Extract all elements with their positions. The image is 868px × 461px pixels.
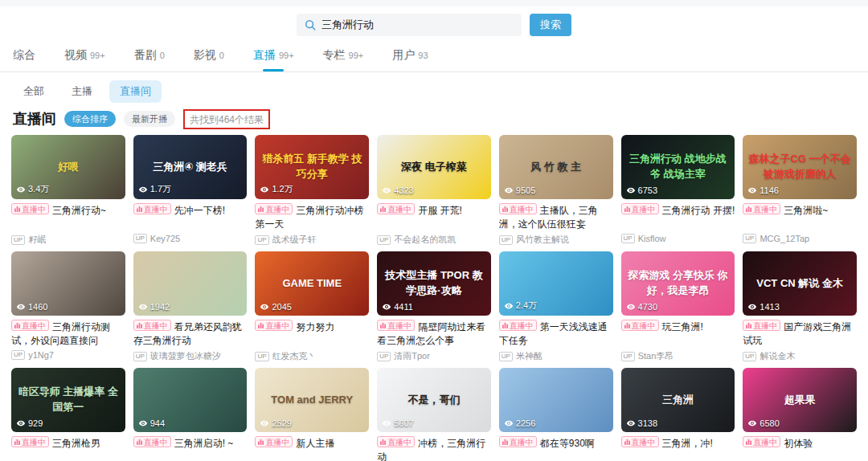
thumbnail[interactable]: VCT CN 解说 金木 1413 [743,251,857,316]
live-room-card[interactable]: 944 直播中 三角洲启动! ~ UP 橘...兰... [133,368,248,461]
live-room-card[interactable]: 猎杀前五 新手教学 技巧分享 1.2万 直播中 三角洲行动冲榜第一天 UP 战术… [255,135,369,246]
thumbnail[interactable]: 超果果 6580 [743,368,857,432]
up-icon: UP [377,352,391,361]
tab-live[interactable]: 直播99+ [253,48,294,71]
tab-2[interactable]: 番剧0 [134,48,165,71]
tab-5[interactable]: 专栏99+ [323,48,364,71]
live-room-card[interactable]: 1942 直播中 看兄弟还风韵犹存三角洲行动 UP 玻璃菠萝包冰糖汐 [133,251,248,362]
live-room-card[interactable]: 三角洲④ 测老兵 1.7万 直播中 先冲一下榜! UP Key725 [133,135,248,246]
room-title-line[interactable]: 直播中 新人主播 [255,436,369,461]
room-title-line[interactable]: 直播中 国产游戏三角洲试玩 [743,320,857,347]
live-room-card[interactable]: 不是，哥们 5607 直播中 冲榜，三角洲行动 UP 老飞宇66 [377,368,491,461]
room-title-line[interactable]: 直播中 初体验 [743,436,857,461]
sort-pill-comprehensive[interactable]: 综合排序 [64,111,116,127]
live-room-card[interactable]: GAME TIME 2045 直播中 努力努力 UP 红发杰克丶 [255,251,369,362]
thumbnail[interactable]: 三角洲行动 战地步战爷 战场主宰 6753 [621,135,735,199]
thumbnail[interactable]: 三角洲 3138 [621,368,735,432]
room-title-line[interactable]: 直播中 开服 开荒! [377,203,491,230]
thumbnail[interactable]: 2256 [499,368,613,432]
room-title-line[interactable]: 直播中 三角洲枪男 [11,436,125,461]
uploader-line[interactable]: UP 战术级子轩 [255,234,369,246]
filter-chip-1[interactable]: 主播 [61,80,103,103]
viewer-count: 1460 [16,302,47,312]
live-badge-label: 直播中 [144,320,168,332]
thumbnail[interactable]: 深夜 电子榨菜 4323 [377,135,491,199]
uploader-line[interactable]: UP 米神酩 [499,350,613,362]
thumbnail[interactable]: 森林之子CG 一个不会被游戏折磨的人 1146 [743,135,857,199]
live-room-card[interactable]: VCT CN 解说 金木 1413 直播中 国产游戏三角洲试玩 UP 解说金木 [743,251,857,362]
filter-chip-0[interactable]: 全部 [13,80,55,103]
thumbnail[interactable]: TOM and JERRY 2529 [255,368,369,432]
room-title-line[interactable]: 直播中 三角洲行动冲榜第一天 [255,203,369,230]
live-room-card[interactable]: 三角洲行动 战地步战爷 战场主宰 6753 直播中 三角洲行动 开摆! UP K… [621,135,735,246]
uploader-line[interactable]: UP Kisflow [621,234,735,243]
live-room-card[interactable]: TOM and JERRY 2529 直播中 新人主播 UP 偬悬 [255,368,369,461]
live-room-card[interactable]: 技术型主播 TPOR 教学思路·攻略 4411 直播中 隔壁阿劫过来看看三角洲怎… [377,251,491,362]
live-room-card[interactable]: 1460 直播中 三角洲行动测试，外设问题直接问 UP y1Ng7 [11,251,125,362]
uploader-line[interactable]: UP 风竹教主解说 [499,234,613,246]
room-title-line[interactable]: 直播中 主播队，三角洲，这个队伍很狂妄 [499,203,613,230]
uploader-line[interactable]: UP 玻璃菠萝包冰糖汐 [133,350,248,362]
thumbnail[interactable]: 1942 [133,251,248,316]
live-room-card[interactable]: 2.4万 直播中 第一天浅浅速通下任务 UP 米神酩 [499,251,613,362]
uploader-line[interactable]: UP Key725 [133,234,248,243]
uploader-line[interactable]: UP 不会起名的凯凯 [377,234,491,246]
viewer-count-value: 4411 [394,302,413,312]
thumbnail[interactable]: 好喂 3.4万 [11,135,125,199]
room-title-line[interactable]: 直播中 三角洲，冲! [621,436,735,461]
room-title-line[interactable]: 直播中 第一天浅浅速通下任务 [499,320,613,347]
thumbnail[interactable]: 三角洲④ 测老兵 1.7万 [133,135,248,199]
thumbnail[interactable]: 技术型主播 TPOR 教学思路·攻略 4411 [377,251,491,316]
search-button[interactable]: 搜索 [530,14,571,36]
room-title-line[interactable]: 直播中 三角洲行动 开摆! [621,203,735,230]
thumbnail[interactable]: 风 竹 教 主 9505 [499,135,613,199]
room-title-line[interactable]: 直播中 冲榜，三角洲行动 [377,436,491,461]
live-room-card[interactable]: 风 竹 教 主 9505 直播中 主播队，三角洲，这个队伍很狂妄 UP 风竹教主… [499,135,613,246]
room-title-line[interactable]: 直播中 三角洲行动测试，外设问题直接问 [11,320,125,347]
room-title-line[interactable]: 直播中 三角洲啦~ [743,203,857,230]
tab-0[interactable]: 综合 [13,48,35,71]
room-title-line[interactable]: 直播中 都在等930啊 [499,436,613,461]
live-bars-icon [258,439,264,445]
uploader-line[interactable]: UP 清雨Tpor [377,350,491,362]
room-title-line[interactable]: 直播中 三角洲启动! ~ [133,436,248,461]
search-input[interactable] [321,19,514,31]
thumbnail[interactable]: 1460 [11,251,125,316]
live-bars-icon [258,206,264,212]
live-room-card[interactable]: 2256 直播中 都在等930啊 UP 思蜗伊Sgoy [499,368,613,461]
live-room-card[interactable]: 探索游戏 分享快乐 你好，我是李昂 4730 直播中 玩三角洲! UP Stan… [621,251,735,362]
tab-3[interactable]: 影视0 [194,48,224,71]
eye-icon [16,302,26,312]
thumbnail[interactable]: GAME TIME 2045 [255,251,369,316]
live-room-card[interactable]: 深夜 电子榨菜 4323 直播中 开服 开荒! UP 不会起名的凯凯 [377,135,491,246]
room-title-line[interactable]: 直播中 三角洲行动~ [11,203,125,230]
live-room-card[interactable]: 森林之子CG 一个不会被游戏折磨的人 1146 直播中 三角洲啦~ UP MCG… [743,135,857,246]
uploader-line[interactable]: UP 红发杰克丶 [255,350,369,362]
live-room-card[interactable]: 超果果 6580 直播中 初体验 UP 超果果mc [743,368,857,461]
tab-1[interactable]: 视频99+ [64,48,105,71]
uploader-line[interactable]: UP Stan李昂 [621,350,735,362]
tab-6[interactable]: 用户93 [392,48,428,71]
uploader-line[interactable]: UP y1Ng7 [11,350,125,360]
live-room-card[interactable]: 三角洲 3138 直播中 三角洲，冲! UP 摸大金的猫 [621,368,735,461]
thumbnail[interactable]: 猎杀前五 新手教学 技巧分享 1.2万 [255,135,369,199]
room-title-line[interactable]: 直播中 看兄弟还风韵犹存三角洲行动 [133,320,248,347]
room-title-line[interactable]: 直播中 隔壁阿劫过来看看三角洲怎么个事 [377,320,491,347]
thumbnail[interactable]: 不是，哥们 5607 [377,368,491,432]
uploader-line[interactable]: UP 籽岷 [11,234,125,246]
uploader-line[interactable]: UP 解说金木 [743,350,857,362]
room-title-line[interactable]: 直播中 玩三角洲! [621,320,735,347]
uploader-line[interactable]: UP MCG_12Tap [743,234,857,243]
eye-icon [504,301,514,311]
thumbnail[interactable]: 944 [133,368,248,432]
live-room-card[interactable]: 好喂 3.4万 直播中 三角洲行动~ UP 籽岷 [11,135,125,246]
live-room-card[interactable]: 暗区导师 主播爆率 全国第一 929 直播中 三角洲枪男 UP 千倍道_Offi… [11,368,125,461]
filter-chip-2[interactable]: 直播间 [109,80,162,103]
thumbnail[interactable]: 暗区导师 主播爆率 全国第一 929 [11,368,125,432]
thumbnail[interactable]: 2.4万 [499,251,613,316]
room-title-line[interactable]: 直播中 先冲一下榜! [133,203,248,230]
search-box[interactable] [297,14,522,36]
sort-pill-newest[interactable]: 最新开播 [124,111,175,127]
thumbnail[interactable]: 探索游戏 分享快乐 你好，我是李昂 4730 [621,251,735,316]
room-title-line[interactable]: 直播中 努力努力 [255,320,369,347]
